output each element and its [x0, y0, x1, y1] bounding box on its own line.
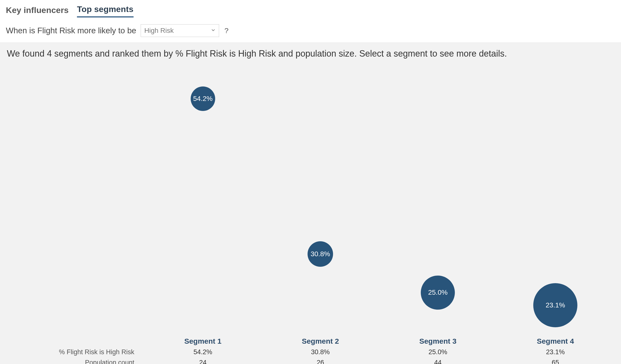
tabs: Key influencers Top segments	[0, 0, 621, 17]
segment-pop-value: 24	[144, 359, 262, 364]
segment-pop-value: 44	[379, 359, 497, 364]
dropdown-selected-value: High Risk	[144, 27, 174, 34]
key-influencers-visual: Key influencers Top segments When is Fli…	[0, 0, 621, 364]
summary-text: We found 4 segments and ranked them by %…	[7, 49, 614, 59]
segments-pop-row: Population count 24 26 44 65	[7, 357, 614, 364]
segment-header[interactable]: Segment 1	[144, 337, 262, 345]
tab-top-segments[interactable]: Top segments	[77, 4, 133, 17]
segment-header[interactable]: Segment 3	[379, 337, 497, 345]
chevron-down-icon	[210, 27, 216, 34]
segment-bubble[interactable]: 23.1%	[533, 283, 577, 327]
segment-pop-value: 26	[262, 359, 379, 364]
segment-pct-value: 54.2%	[144, 348, 262, 356]
segment-bubble[interactable]: 30.8%	[308, 241, 333, 267]
summary-band: We found 4 segments and ranked them by %…	[0, 42, 621, 59]
segment-header[interactable]: Segment 2	[262, 337, 379, 345]
segment-bubble[interactable]: 25.0%	[421, 276, 455, 310]
tab-key-influencers[interactable]: Key influencers	[6, 5, 69, 17]
segments-pct-row: % Flight Risk is High Risk 54.2% 30.8% 2…	[7, 347, 614, 357]
likelihood-dropdown[interactable]: High Risk	[141, 24, 219, 37]
segments-table: Segment 1 Segment 2 Segment 3 Segment 4 …	[0, 336, 621, 364]
segment-pct-value: 25.0%	[379, 348, 497, 356]
segment-pct-value: 23.1%	[497, 348, 614, 356]
segments-bubble-chart: 54.2%30.8%25.0%23.1%	[0, 59, 621, 336]
row-label-pop: Population count	[7, 359, 144, 364]
filter-bar: When is Flight Risk more likely to be Hi…	[0, 17, 621, 42]
row-label-pct: % Flight Risk is High Risk	[7, 348, 144, 356]
segment-pct-value: 30.8%	[262, 348, 379, 356]
segment-pop-value: 65	[497, 359, 614, 364]
filter-prefix-text: When is Flight Risk more likely to be	[6, 26, 136, 35]
help-icon[interactable]: ?	[224, 26, 229, 35]
segment-bubble[interactable]: 54.2%	[191, 86, 215, 111]
segment-header[interactable]: Segment 4	[497, 337, 614, 345]
segments-name-row: Segment 1 Segment 2 Segment 3 Segment 4	[7, 336, 614, 347]
